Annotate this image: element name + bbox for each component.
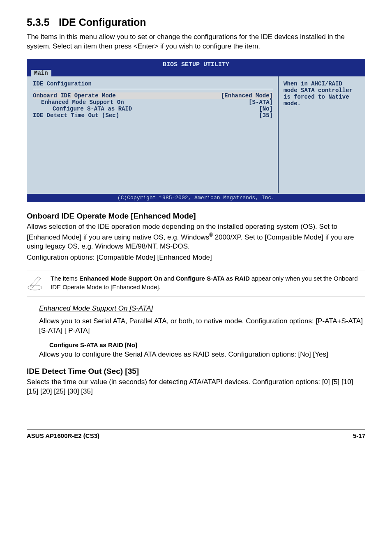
enhanced-mode-text: Allows you to set Serial ATA, Parallel A… [39,317,365,336]
bios-label: Configure S-ATA as RAID [33,106,132,112]
onboard-paragraph: Allows selection of the IDE operation mo… [27,222,365,251]
page-footer: ASUS AP1600R-E2 (CS3) 5-17 [27,429,365,439]
bios-tab-main[interactable]: Main [31,70,51,76]
bios-value: [35] [259,112,273,119]
configure-raid-title: Configure S-ATA as RAID [No] [49,341,365,348]
bios-tab-row: Main [27,68,365,76]
bios-row-detect-time[interactable]: IDE Detect Time Out (Sec) [35] [33,112,273,119]
bios-help-text: When in AHCI/RAID mode SATA controller i… [284,81,359,107]
bios-row-onboard-mode[interactable]: Onboard IDE Operate Mode [Enhanced Mode] [33,92,273,99]
bios-value: [No] [259,106,273,112]
bios-screenshot: BIOS SETUP UTILITY Main IDE Configuratio… [27,59,365,202]
bios-value: [S-ATA] [249,99,273,106]
enhanced-mode-title: Enhanced Mode Support On [S-ATA] [39,304,365,313]
note-text: The items Enhanced Mode Support On and C… [51,274,365,291]
bios-help-pane: When in AHCI/RAID mode SATA controller i… [278,76,364,193]
bios-row-configure-raid[interactable]: Configure S-ATA as RAID [No] [33,106,273,112]
section-number: 5.3.5 [27,16,50,28]
bios-body: IDE Configuration Onboard IDE Operate Mo… [27,76,365,194]
onboard-config-options: Configuration options: [Compatible Mode]… [27,253,365,263]
onboard-heading: Onboard IDE Operate Mode [Enhanced Mode] [27,212,365,221]
footer-page: 5-17 [353,432,365,439]
bios-copyright: (C)Copyright 1985-2002, American Megatre… [27,194,365,202]
section-title: IDE Configuration [59,16,146,28]
detect-heading: IDE Detect Time Out (Sec) [35] [27,367,365,376]
configure-raid-text: Allows you to configure the Serial ATA d… [39,350,365,359]
bios-label: Onboard IDE Operate Mode [33,92,116,99]
bios-label: Enhanced Mode Support On [33,99,124,106]
note-block: The items Enhanced Mode Support On and C… [27,270,365,297]
bios-title: BIOS SETUP UTILITY [27,59,365,68]
detect-text: Selects the time our value (in seconds) … [27,378,365,396]
intro-paragraph: The items in this menu allow you to set … [27,32,365,51]
footer-model: ASUS AP1600R-E2 (CS3) [27,432,99,439]
note-icon [27,274,43,292]
bios-value: [Enhanced Mode] [221,92,273,99]
bios-label: IDE Detect Time Out (Sec) [33,112,119,119]
bios-config-heading: IDE Configuration [33,81,273,87]
bios-row-enhanced-support[interactable]: Enhanced Mode Support On [S-ATA] [33,99,273,106]
bios-left-pane: IDE Configuration Onboard IDE Operate Mo… [28,76,278,193]
